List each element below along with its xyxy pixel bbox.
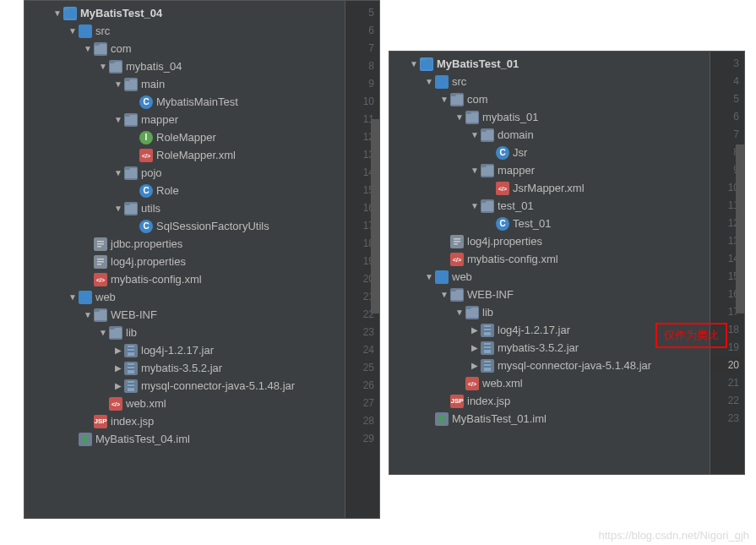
tree-row[interactable]: ▼com [393,90,710,108]
tree-row[interactable]: ▼CTest_01 [393,215,710,232]
tree-row[interactable]: ▼MyBatisTest_01 [393,55,710,73]
tree-row[interactable]: ▼log4j.properties [28,253,345,270]
svg-rect-28 [454,238,460,240]
chevron-down-icon[interactable]: ▼ [53,8,62,18]
chevron-down-icon[interactable]: ▼ [425,272,433,281]
chevron-down-icon[interactable]: ▼ [114,168,122,177]
tree-row[interactable]: ▼CSqlSessionFactoryUtils [28,217,345,235]
chevron-down-icon[interactable]: ▼ [99,328,107,337]
tree-item-label: mybatis-3.5.2.jar [498,341,579,354]
tree-row[interactable]: ▼</>web.xml [28,395,345,412]
chevron-right-icon[interactable]: ▶ [114,363,122,373]
chevron-down-icon[interactable]: ▼ [68,292,77,302]
svg-rect-45 [439,416,444,422]
chevron-down-icon[interactable]: ▼ [470,201,479,210]
tree-row[interactable]: ▶mybatis-3.5.2.jar [28,359,345,377]
prop-icon [94,237,107,251]
chevron-right-icon[interactable]: ▶ [470,361,479,370]
tree-item-label: log4j-1.2.17.jar [498,324,570,336]
tree-row[interactable]: ▼mapper [28,111,345,128]
tree-item-label: main [141,78,165,90]
chevron-down-icon[interactable]: ▼ [470,130,479,139]
tree-row[interactable]: ▼web [28,288,345,306]
tree-row[interactable]: ▼</>web.xml [393,374,710,392]
package-icon [124,113,138,127]
tree-row[interactable]: ▼</>mybatis-config.xml [28,270,345,288]
tree-row[interactable]: ▼WEB-INF [393,286,710,303]
tree-row[interactable]: ▼lib [393,303,710,321]
tree-row[interactable]: ▼pojo [28,164,345,182]
line-number: 7 [368,40,374,57]
tree-row[interactable]: ▼log4j.properties [393,232,710,250]
line-number: 9 [368,75,374,93]
chevron-down-icon[interactable]: ▼ [114,115,122,124]
tree-row[interactable]: ▼IRoleMapper [28,128,345,146]
tree-row[interactable]: ▼web [393,268,710,286]
tree-row[interactable]: ▼main [28,75,345,93]
chevron-right-icon[interactable]: ▶ [114,346,122,355]
tree-row[interactable]: ▼domain [393,126,710,144]
chevron-down-icon[interactable]: ▼ [455,308,464,317]
tree-row[interactable]: ▼</>RoleMapper.xml [28,146,345,164]
tree-row[interactable]: ▼test_01 [393,197,710,215]
tree-row[interactable]: ▶log4j-1.2.17.jar [28,341,345,359]
tree-row[interactable]: ▼WEB-INF [28,306,345,324]
chevron-right-icon[interactable]: ▶ [470,325,479,335]
chevron-down-icon[interactable]: ▼ [455,112,464,122]
chevron-right-icon[interactable]: ▶ [114,381,122,390]
tree-row[interactable]: ▼lib [28,324,345,341]
chevron-down-icon[interactable]: ▼ [99,62,107,71]
tree-row[interactable]: ▼MyBatisTest_04.iml [28,430,345,448]
xml-icon: </> [450,253,464,266]
chevron-down-icon[interactable]: ▼ [84,44,92,53]
tree-row[interactable]: ▼src [393,73,710,90]
tree-row[interactable]: ▼CMybatisMainTest [28,93,345,111]
tree-row[interactable]: ▼CRole [28,182,345,199]
line-number: 6 [368,22,374,40]
tree-item-label: SqlSessionFactoryUtils [156,220,269,232]
line-number: 23 [363,324,374,341]
chevron-down-icon[interactable]: ▼ [84,310,92,319]
chevron-down-icon[interactable]: ▼ [440,95,449,104]
tree-row[interactable]: ▼JSPindex.jsp [28,412,345,430]
svg-rect-8 [97,261,104,263]
folder-web-icon [79,291,92,304]
line-number: 22 [728,392,739,410]
tree-row[interactable]: ▼mybatis_01 [393,108,710,126]
chevron-down-icon[interactable]: ▼ [68,26,77,35]
tree-row[interactable]: ▶mysql-connector-java-5.1.48.jar [28,377,345,395]
tree-row[interactable]: ▼jdbc.properties [28,235,345,253]
tree-row[interactable]: ▶mysql-connector-java-5.1.48.jar [393,357,710,374]
tree-row[interactable]: ▼com [28,40,345,57]
tree-row[interactable]: ▼utils [28,199,345,217]
chevron-down-icon[interactable]: ▼ [410,59,418,68]
chevron-down-icon[interactable]: ▼ [114,204,122,213]
tree-row[interactable]: ▼mybatis_04 [28,57,345,75]
class-c-icon: C [496,217,509,231]
folder-icon [109,326,122,340]
chevron-down-icon[interactable]: ▼ [425,77,433,86]
svg-rect-13 [128,347,134,349]
tree-item-label: JsrMapper.xml [513,182,585,194]
tree-row[interactable]: ▼</>mybatis-config.xml [393,250,710,268]
chevron-down-icon[interactable]: ▼ [114,79,122,89]
tree-row[interactable]: ▼JSPindex.jsp [393,392,710,410]
chevron-down-icon[interactable]: ▼ [470,166,479,175]
tree-row[interactable]: ▼CJsr [393,144,710,161]
tree-row[interactable]: ▼src [28,22,345,40]
tree-row[interactable]: ▼MyBatisTest_04 [28,4,345,22]
tree-item-label: MybatisMainTest [156,95,238,108]
tree-item-label: WEB-INF [111,308,157,321]
tree-row[interactable]: ▼mapper [393,161,710,179]
package-icon [481,199,494,213]
tree-row[interactable]: ▼MyBatisTest_01.iml [393,410,710,428]
tree-item-label: MyBatisTest_01 [437,57,519,70]
chevron-down-icon[interactable]: ▼ [440,290,449,299]
tree-row[interactable]: ▼</>JsrMapper.xml [393,179,710,197]
folder-icon [465,306,479,319]
left-tree[interactable]: ▼MyBatisTest_04▼src▼com▼mybatis_04▼main▼… [24,1,345,518]
right-tree[interactable]: ▼MyBatisTest_01▼src▼com▼mybatis_01▼domai… [389,52,710,474]
chevron-right-icon[interactable]: ▶ [470,343,479,352]
package-icon [94,42,107,56]
tree-item-label: RoleMapper [156,131,216,144]
